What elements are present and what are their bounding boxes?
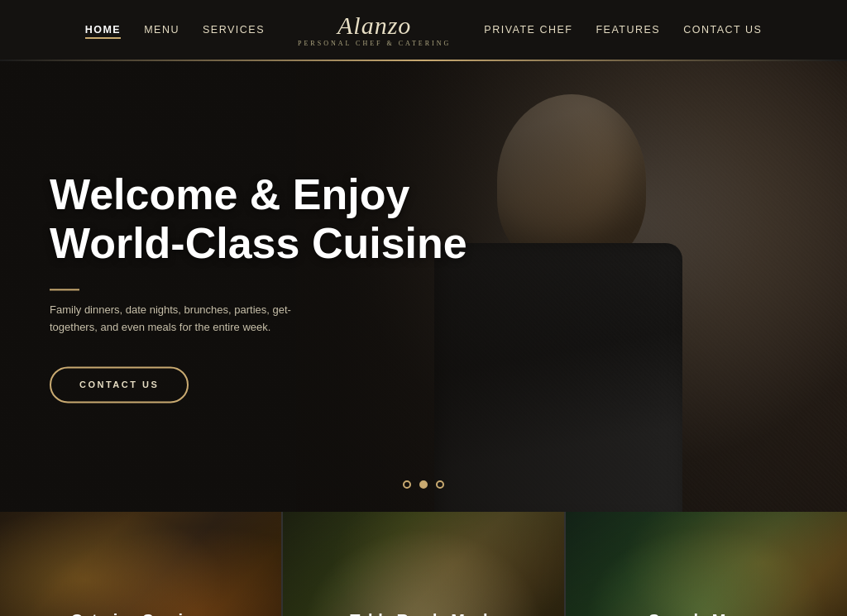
card-content-2: Table Ready Meals Are you too busy to co… [283, 595, 564, 616]
card-title-1: Catering Services [20, 611, 261, 616]
brand-name: Alanzo [298, 13, 451, 38]
hero-subtitle: Family dinners, date nights, brunches, p… [50, 303, 331, 337]
nav-menu[interactable]: MENU [144, 21, 179, 39]
card-table-meals[interactable]: Table Ready Meals Are you too busy to co… [283, 512, 566, 616]
hero-title: Welcome & Enjoy World-Class Cuisine [50, 170, 467, 270]
hero-cta-button[interactable]: CONTACT US [50, 366, 189, 403]
card-title-3: Sample Menus [586, 611, 827, 616]
logo[interactable]: Alanzo PERSONAL CHEF & CATERING [298, 13, 451, 47]
hero-section: Welcome & Enjoy World-Class Cuisine Fami… [0, 61, 847, 512]
navbar: HOME MENU SERVICES Alanzo PERSONAL CHEF … [0, 0, 847, 60]
dot-3[interactable] [436, 480, 444, 489]
nav-right: PRIVATE CHEF FEATURES CONTACT US [484, 21, 762, 39]
nav-home[interactable]: HOME [85, 21, 122, 39]
brand-tagline: PERSONAL CHEF & CATERING [298, 40, 451, 47]
nav-private-chef[interactable]: PRIVATE CHEF [484, 21, 572, 39]
nav-features[interactable]: FEATURES [596, 21, 660, 39]
dot-2[interactable] [419, 480, 428, 489]
hero-divider [50, 289, 79, 291]
nav-left: HOME MENU SERVICES [85, 21, 265, 39]
nav-services[interactable]: SERVICES [203, 21, 265, 39]
cards-row: Catering Services Wouldn't you like to b… [0, 512, 847, 616]
card-content-1: Catering Services Wouldn't you like to b… [0, 595, 281, 616]
card-sample-menus[interactable]: Sample Menus Look through our latest men… [566, 512, 847, 616]
hero-content: Welcome & Enjoy World-Class Cuisine Fami… [50, 170, 467, 403]
card-catering[interactable]: Catering Services Wouldn't you like to b… [0, 512, 283, 616]
dot-1[interactable] [403, 480, 411, 489]
nav-contact[interactable]: CONTACT US [683, 21, 762, 39]
slider-dots [403, 480, 444, 489]
card-title-2: Table Ready Meals [303, 611, 544, 616]
card-content-3: Sample Menus Look through our latest men… [566, 595, 847, 616]
